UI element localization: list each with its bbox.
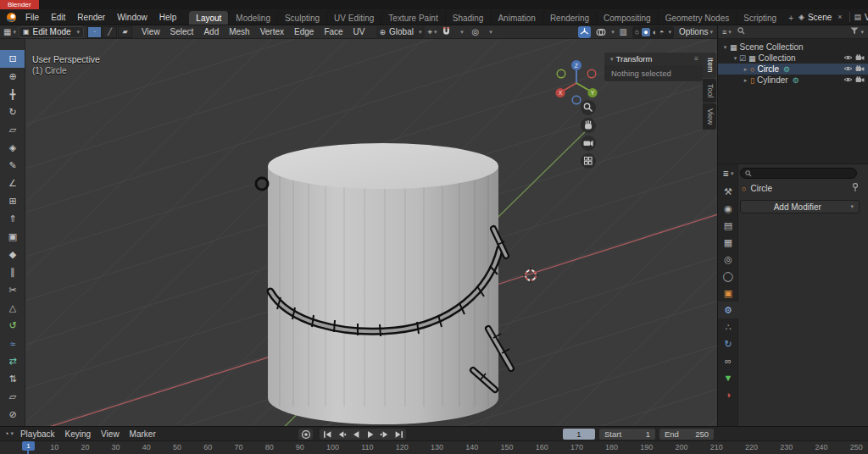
outliner-row-collection[interactable]: ▾☑▦Collection [718,53,868,64]
proportional-falloff-dropdown[interactable]: ▾ [483,26,496,38]
panel-menu-icon[interactable]: ≡ [694,55,698,63]
auto-keying-button[interactable] [298,429,313,440]
constraints-properties-tab[interactable]: ∞ [718,352,738,369]
snapping-dropdown[interactable]: ▾ [454,26,467,38]
disclosure-icon[interactable]: ▸ [742,66,749,73]
scene-unlink-button[interactable]: × [837,13,842,21]
shear-tool-button[interactable]: ▱ [0,388,25,406]
timeline-menu-view[interactable]: View [96,427,125,440]
workspace-tab-scripting[interactable]: Scripting [736,11,783,25]
viewport-canvas[interactable]: Z X Y [25,39,718,426]
object-data-properties-tab[interactable]: ▼ [718,369,738,386]
outliner-search-icon[interactable] [737,27,745,36]
pin-icon[interactable] [852,183,859,194]
timeline-ruler[interactable]: 0102030405060708090100110120130140150160… [0,441,868,454]
playhead[interactable]: 1 [22,441,35,454]
menu-help[interactable]: Help [153,9,183,25]
proportional-editing-toggle[interactable]: ◎ [469,26,481,38]
zoom-button[interactable] [581,100,596,115]
viewport-menu-uv[interactable]: UV [348,25,370,38]
particles-properties-tab[interactable]: ∴ [718,318,738,335]
sidebar-tab-item[interactable]: Item [703,53,716,78]
blender-logo-icon[interactable] [6,12,17,23]
timeline-editor-icon[interactable]: ◔ [4,429,8,438]
timeline-menu-marker[interactable]: Marker [125,427,161,440]
material-properties-tab[interactable]: ◑ [718,386,738,403]
play-button[interactable] [363,429,377,440]
overlays-toggle[interactable] [594,26,607,38]
spin-tool-button[interactable]: ↺ [0,317,25,335]
measure-tool-button[interactable]: ∠ [0,174,25,192]
object-properties-tab[interactable]: ▣ [718,285,738,302]
end-frame-field[interactable]: End250 [659,429,714,440]
visibility-eye-icon[interactable] [843,53,853,63]
workspace-tab-uv-editing[interactable]: UV Editing [326,11,381,25]
workspace-tab-shading[interactable]: Shading [445,11,491,25]
output-properties-tab[interactable]: ▤ [718,217,738,234]
add-modifier-button[interactable]: Add Modifier ▾ [740,200,860,213]
start-frame-field[interactable]: Start1 [599,429,655,440]
poly-build-tool-button[interactable]: △ [0,299,25,317]
annotate-tool-button[interactable]: ✎ [0,157,25,174]
properties-editor-icon[interactable]: ≣▾ [718,164,738,183]
disclosure-icon[interactable]: ▸ [742,77,749,84]
workspace-tab-compositing[interactable]: Compositing [596,11,658,25]
menu-window[interactable]: Window [111,9,153,25]
menu-edit[interactable]: Edit [45,9,71,25]
play-reverse-button[interactable] [348,429,363,440]
scene-selector[interactable]: Scene [808,13,832,22]
mode-dropdown[interactable]: ▣ Edit Mode ▾ [19,26,84,38]
workspace-tab-modeling[interactable]: Modeling [228,11,277,25]
sidebar-tab-view[interactable]: View [703,103,716,130]
properties-search-input[interactable] [740,168,857,179]
render-camera-icon[interactable] [855,64,865,74]
camera-view-button[interactable] [581,136,596,151]
transform-orientation-dropdown[interactable]: ⊕ Global ▾ [376,26,426,38]
shading-material-button[interactable]: ◐ [653,28,657,36]
workspace-tab-geometry-nodes[interactable]: Geometry Nodes [658,11,737,25]
workspace-tab-texture-paint[interactable]: Texture Paint [381,11,444,25]
tweak-select-tool-button[interactable]: ⊡ [0,50,25,68]
visibility-eye-icon[interactable] [843,75,853,85]
tool-properties-tab[interactable]: ⚒ [718,183,738,200]
xray-toggle[interactable]: ▥ [617,26,630,38]
viewport-menu-add[interactable]: Add [198,25,224,38]
add-workspace-button[interactable]: + [783,11,798,25]
options-dropdown[interactable]: Options ▾ [679,27,713,36]
timeline-menu-keying[interactable]: Keying [60,427,97,440]
viewport-menu-select[interactable]: Select [165,25,199,38]
vertex-select-mode-button[interactable]: ∙ [87,26,102,38]
extrude-region-tool-button[interactable]: ⇑ [0,210,25,228]
move-tool-button[interactable]: ╋ [0,86,25,103]
current-frame-field[interactable]: 1 [563,429,595,440]
shading-wireframe-button[interactable]: ○ [635,28,639,36]
transform-panel-header[interactable]: ▾ Transform ≡ [604,53,703,65]
outliner-editor-icon[interactable]: ≡ [722,28,726,36]
filter-funnel-icon[interactable] [850,27,859,36]
workspace-tab-sculpting[interactable]: Sculpting [277,11,326,25]
collection-checkbox[interactable]: ☑ [739,54,746,63]
cylinder-object[interactable] [268,143,498,424]
edge-slide-tool-button[interactable]: ⇄ [0,352,25,370]
knife-tool-button[interactable]: ✂ [0,281,25,299]
outliner-row-cylinder[interactable]: ▸▯Cylinder⚙ [718,75,868,86]
face-select-mode-button[interactable]: ▰ [118,26,132,38]
transform-tool-button[interactable]: ◈ [0,139,25,157]
render-properties-tab[interactable]: ◉ [718,200,738,217]
smooth-tool-button[interactable]: ≈ [0,335,25,352]
show-gizmo-toggle[interactable] [578,26,591,38]
add-cube-tool-button[interactable]: ⊞ [0,192,25,210]
workspace-tab-animation[interactable]: Animation [490,11,542,25]
render-camera-icon[interactable] [855,75,865,85]
viewport-menu-view[interactable]: View [136,25,165,38]
workspace-tab-layout[interactable]: Layout [189,11,228,25]
outliner-row-scene-collection[interactable]: ▾▦Scene Collection [718,42,868,53]
modifiers-properties-tab[interactable]: ⚙ [718,302,738,318]
pivot-point-dropdown[interactable]: ⌖▾ [426,26,438,38]
outliner-row-circle[interactable]: ▸○Circle⚙ [718,64,868,75]
rip-region-tool-button[interactable]: ⊘ [0,406,25,424]
scene-properties-tab[interactable]: ◎ [718,251,738,268]
shading-rendered-button[interactable]: ◓ [659,28,664,36]
jump-to-end-button[interactable] [392,429,406,440]
viewlayer-selector[interactable]: ViewLayer [865,13,868,22]
